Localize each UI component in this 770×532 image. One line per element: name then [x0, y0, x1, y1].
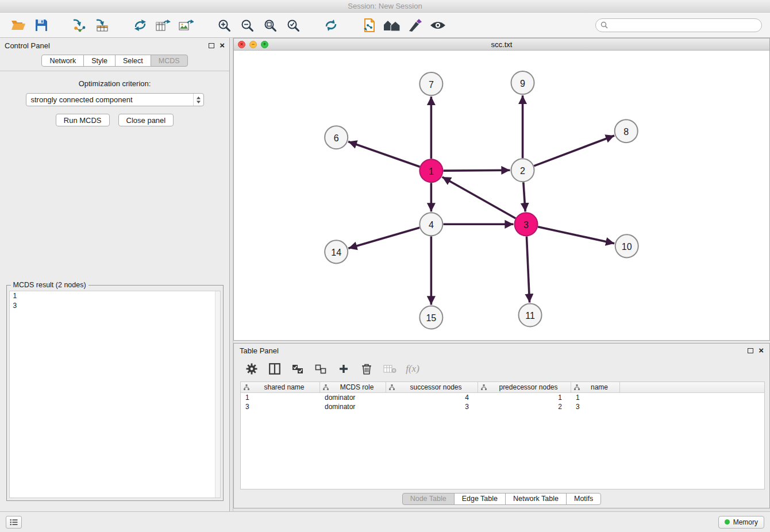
search-input[interactable] [611, 21, 757, 29]
clone-network-icon [363, 18, 375, 32]
mcds-result-list[interactable]: 1 3 [9, 291, 221, 498]
import-table-button[interactable] [91, 14, 114, 36]
graph-node-label-2: 2 [520, 166, 525, 176]
network-window: × − + scc.txt 7968124314101511 [233, 38, 770, 341]
cell-successor-nodes[interactable]: 3 [386, 403, 478, 411]
result-scrollbar[interactable] [215, 291, 220, 498]
show-columns-button[interactable] [267, 360, 282, 377]
unchecked-boxes-icon [315, 364, 326, 374]
cell-shared-name[interactable]: 3 [241, 403, 320, 411]
apply-style-button[interactable] [403, 14, 426, 36]
task-history-button[interactable] [6, 516, 22, 529]
column-header-successor-nodes[interactable]: successor nodes [386, 382, 478, 392]
network-graph[interactable]: 7968124314101511 [234, 51, 769, 340]
graph-node-label-11: 11 [525, 311, 535, 321]
graph-edge-1-2[interactable] [443, 171, 510, 171]
maximize-window-icon[interactable]: + [261, 41, 268, 48]
minimize-window-icon[interactable]: − [249, 41, 257, 48]
cell-mcds-role[interactable]: dominator [320, 394, 386, 402]
network-view[interactable]: 7968124314101511 [234, 51, 769, 340]
style-brush-icon [408, 19, 422, 32]
table-tabs: Node Table Edge Table Network Table Moti… [234, 489, 769, 508]
zoom-out-button[interactable] [236, 14, 259, 36]
result-item[interactable]: 3 [10, 301, 220, 311]
graph-edge-4-14[interactable] [348, 228, 419, 249]
zoom-in-button[interactable] [213, 14, 236, 36]
tab-mcds[interactable]: MCDS [151, 55, 188, 67]
cell-predecessor-nodes[interactable]: 2 [478, 403, 571, 411]
criterion-dropdown[interactable]: strongly connected component [26, 93, 204, 106]
zoom-selected-icon [286, 18, 300, 32]
cell-name[interactable]: 1 [571, 394, 620, 402]
refresh-button[interactable] [319, 14, 342, 36]
table-settings-button[interactable] [244, 360, 259, 377]
graph-edge-1-6[interactable] [348, 142, 420, 167]
select-all-columns-button[interactable] [290, 360, 305, 377]
show-hide-button[interactable] [426, 14, 449, 36]
close-panel-button[interactable]: Close panel [118, 114, 174, 126]
column-header-shared-name[interactable]: shared name [241, 382, 320, 392]
close-window-icon[interactable]: × [238, 41, 245, 48]
column-header-name[interactable]: name [571, 382, 620, 392]
deselect-all-columns-button[interactable] [313, 360, 328, 377]
export-network-button[interactable] [129, 14, 152, 36]
home-button[interactable] [380, 14, 403, 36]
tab-network-table[interactable]: Network Table [505, 493, 567, 505]
column-header-mcds-role[interactable]: MCDS role [320, 382, 386, 392]
column-header-predecessor-nodes[interactable]: predecessor nodes [478, 382, 571, 392]
table-panel-title: Table Panel [240, 346, 748, 355]
control-panel-tabs: Network Style Select MCDS [0, 53, 229, 71]
function-builder-button[interactable]: f(x) [405, 360, 420, 377]
memory-status-icon [725, 519, 730, 525]
tab-network[interactable]: Network [41, 55, 84, 67]
search-icon [600, 21, 608, 29]
tab-style[interactable]: Style [83, 55, 116, 67]
cell-shared-name[interactable]: 1 [241, 394, 320, 402]
window-controls: × − + [238, 38, 268, 50]
clone-network-button[interactable] [357, 14, 380, 36]
open-file-button[interactable] [7, 14, 30, 36]
cell-successor-nodes[interactable]: 4 [386, 394, 478, 402]
graph-edge-2-8[interactable] [534, 136, 614, 166]
delete-table-button[interactable] [382, 360, 397, 377]
graph-node-label-3: 3 [523, 220, 529, 230]
column-tree-icon [244, 384, 249, 390]
graph-edge-3-11[interactable] [526, 237, 529, 303]
tab-motifs[interactable]: Motifs [566, 493, 601, 505]
float-table-panel-icon[interactable] [748, 348, 753, 353]
graph-node-label-6: 6 [334, 133, 339, 143]
result-item[interactable]: 1 [10, 291, 220, 301]
graph-edge-2-3[interactable] [523, 183, 525, 212]
eye-icon [430, 21, 446, 30]
mcds-result-group: MCDS result (2 nodes) 1 3 [6, 285, 224, 501]
table-row[interactable]: 1 dominator 4 1 1 [241, 393, 764, 402]
graph-edge-3-1[interactable] [442, 178, 516, 219]
zoom-fit-icon [263, 18, 277, 32]
search-field[interactable] [595, 18, 762, 32]
tab-node-table[interactable]: Node Table [402, 493, 455, 505]
delete-column-button[interactable] [359, 360, 374, 377]
column-tree-icon [323, 384, 329, 390]
open-folder-icon [11, 19, 26, 32]
zoom-fit-button[interactable] [259, 14, 282, 36]
tab-edge-table[interactable]: Edge Table [454, 493, 506, 505]
status-bar: Memory [0, 511, 770, 532]
float-panel-icon[interactable] [209, 43, 214, 48]
export-table-button[interactable] [152, 14, 175, 36]
close-table-panel-icon[interactable]: × [759, 348, 764, 353]
add-column-button[interactable] [336, 360, 351, 377]
cell-predecessor-nodes[interactable]: 1 [478, 394, 571, 402]
import-network-button[interactable] [68, 14, 91, 36]
table-row[interactable]: 3 dominator 3 2 3 [241, 402, 764, 411]
memory-button[interactable]: Memory [718, 516, 764, 529]
cell-mcds-role[interactable]: dominator [320, 403, 386, 411]
tab-select[interactable]: Select [115, 55, 151, 67]
zoom-selected-button[interactable] [282, 14, 305, 36]
cell-name[interactable]: 3 [571, 403, 620, 411]
graph-edge-3-10[interactable] [538, 227, 614, 244]
column-tree-icon [389, 384, 395, 390]
save-session-button[interactable] [30, 14, 53, 36]
run-mcds-button[interactable]: Run MCDS [56, 114, 110, 126]
close-panel-icon[interactable]: × [220, 43, 225, 48]
export-image-button[interactable] [175, 14, 198, 36]
